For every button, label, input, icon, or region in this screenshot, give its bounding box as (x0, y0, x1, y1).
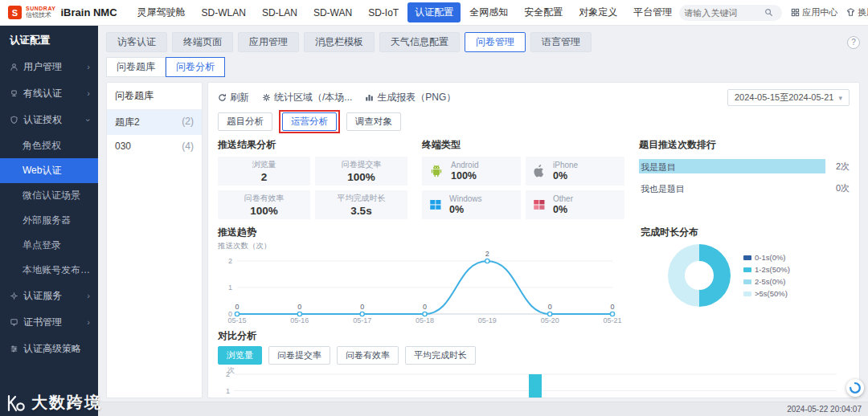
nav-item-security-config[interactable]: 安全配置 (517, 2, 570, 22)
sidebar-item-wechat-auth[interactable]: 微信认证场景 (0, 183, 98, 208)
sidebar-item-external-server[interactable]: 外部服务器 (0, 208, 98, 233)
sidebar-item-role-auth[interactable]: 角色授权 (0, 133, 98, 158)
terminal-label: Other (553, 194, 573, 204)
sidebar-item-advanced-policy[interactable]: 认证高级策略 (0, 336, 98, 362)
help-icon[interactable]: ? (847, 36, 860, 49)
sidebar-item-local-account-policy[interactable]: 本地账号发布策略 (0, 258, 98, 283)
stat-value: 2 (261, 171, 268, 183)
product-name: iBrain NMC (60, 6, 117, 18)
compare-button-avg-duration[interactable]: 平均完成时长 (405, 346, 476, 365)
legend-item[interactable]: 1-2s(50%) (743, 265, 790, 274)
section-title: 题目推送次数排行 (639, 138, 850, 152)
compare-button-submit-rate[interactable]: 问卷提交率 (268, 346, 330, 365)
subtab-question-bank[interactable]: 问卷题库 (106, 57, 166, 77)
stat-card-avg-duration: 平均完成时长 3.5s (315, 190, 407, 219)
assistant-swirl-icon (850, 382, 861, 394)
tab-operation-analysis[interactable]: 运营分析 (282, 112, 337, 131)
refresh-button[interactable]: 刷新 (218, 91, 249, 104)
nav-item-sd-lan[interactable]: SD-LAN (255, 4, 305, 22)
skin-link[interactable]: 换肤 (846, 6, 868, 18)
stat-value: 3.5s (350, 205, 371, 217)
stat-label: 问卷有效率 (244, 193, 285, 204)
push-trend-chart: 01205-1505-1605-1705-1805-1905-2005-2100… (218, 251, 624, 325)
legend-item[interactable]: 0-1s(0%) (743, 253, 790, 262)
legend-label: 0-1s(0%) (755, 253, 786, 262)
bank-item[interactable]: 题库2 (2) (107, 110, 202, 135)
tab-question-analysis[interactable]: 题目分析 (218, 112, 272, 131)
subtab-questionnaire-analysis[interactable]: 问卷分析 (166, 57, 225, 77)
sidebar-item-label: 有线认证 (23, 87, 62, 100)
tab-questionnaire-mgmt[interactable]: 问卷管理 (465, 32, 526, 52)
app-center-label: 应用中心 (802, 6, 837, 18)
tab-guest-auth[interactable]: 访客认证 (106, 32, 167, 52)
sidebar-item-sso[interactable]: 单点登录 (0, 233, 98, 258)
sidebar-item-user-mgmt[interactable]: 用户管理 › (0, 54, 98, 80)
nav-item-sd-iot[interactable]: SD-IoT (361, 4, 406, 22)
chevron-right-icon: › (87, 63, 90, 71)
date-range-value: 2024-05-15至2024-05-21 (735, 92, 834, 104)
app-center-link[interactable]: 应用中心 (791, 6, 837, 18)
chevron-down-icon: › (84, 119, 93, 122)
bank-item-name: 题库2 (115, 116, 140, 129)
floating-assistant-widget[interactable] (846, 379, 864, 397)
search-input[interactable] (684, 8, 764, 18)
stat-card-submit-rate: 问卷提交率 100% (315, 157, 407, 186)
brand-logo[interactable]: S SUNDRAY 信锐技术 (8, 6, 55, 19)
module-tabs: 访客认证 终端页面 应用管理 消息栏模板 天气信息配置 问卷管理 语言管理 ? (98, 26, 868, 52)
stat-area-button[interactable]: 统计区域（/本场... (262, 91, 352, 104)
sidebar-item-web-auth[interactable]: Web认证 (0, 158, 98, 183)
svg-text:05-21: 05-21 (603, 316, 621, 324)
bank-item-name: 030 (115, 141, 131, 152)
terminal-label: iPhone (553, 161, 578, 170)
sidebar-title: 认证配置 (0, 26, 98, 54)
tab-message-bar-template[interactable]: 消息栏模板 (304, 32, 375, 52)
wired-auth-icon (10, 89, 18, 98)
sidebar-item-auth-service[interactable]: 认证服务 › (0, 283, 98, 309)
compare-button-valid-rate[interactable]: 问卷有效率 (337, 346, 399, 365)
global-search[interactable] (679, 5, 782, 21)
svg-text:0: 0 (423, 303, 427, 311)
analysis-panel: 刷新 统计区域（/本场... 生成报表（PNG） 2024-05-15至2024… (207, 82, 860, 398)
generate-report-button[interactable]: 生成报表（PNG） (365, 91, 456, 104)
rank-value: 2次 (825, 161, 850, 173)
sidebar-item-wired-auth[interactable]: 有线认证 › (0, 80, 98, 107)
nav-item-sd-wlan[interactable]: SD-WLAN (194, 4, 253, 22)
apple-icon (532, 163, 547, 179)
nav-item-auth-config[interactable]: 认证配置 (407, 2, 461, 22)
terminal-card-windows: Windows0% (422, 190, 521, 219)
tab-language-mgmt[interactable]: 语言管理 (530, 32, 592, 52)
auth-shield-icon (10, 116, 18, 124)
terminal-value: 100% (451, 170, 478, 182)
sundray-logo-icon: S (8, 6, 22, 19)
legend-item[interactable]: 2-5s(0%) (743, 277, 790, 286)
generate-report-label: 生成报表（PNG） (377, 91, 456, 104)
legend-label: 2-5s(0%) (755, 277, 786, 286)
nav-item-platform-mgmt[interactable]: 平台管理 (626, 2, 679, 22)
compare-bar-chart: 次012默认组 (218, 366, 845, 398)
legend-swatch (743, 255, 751, 260)
sidebar: 认证配置 用户管理 › 有线认证 › 认证授权 › 角色授权 Web认证 微信认… (0, 26, 98, 416)
nav-item-object-define[interactable]: 对象定义 (571, 2, 624, 22)
tab-terminal-page[interactable]: 终端页面 (172, 32, 233, 52)
gear-icon (262, 93, 271, 102)
date-range-picker[interactable]: 2024-05-15至2024-05-21 ▾ (727, 89, 850, 106)
other-device-icon (532, 198, 547, 212)
tab-survey-target[interactable]: 调查对象 (346, 112, 401, 131)
rank-label: 我是题目 (641, 161, 676, 173)
sidebar-item-cert-mgmt[interactable]: 证书管理 › (0, 309, 98, 336)
tab-weather-config[interactable]: 天气信息配置 (379, 32, 460, 52)
compare-button-views[interactable]: 浏览量 (218, 346, 262, 365)
nav-item-sd-wan[interactable]: SD-WAN (306, 4, 359, 22)
nav-item-cockpit[interactable]: 灵犀驾驶舱 (130, 2, 193, 22)
svg-text:05-17: 05-17 (353, 316, 371, 324)
search-icon (764, 8, 773, 17)
bank-item[interactable]: 030 (4) (107, 135, 202, 157)
windows-icon (428, 198, 443, 212)
legend-item[interactable]: >5s(50%) (743, 289, 790, 298)
terminal-value: 0% (553, 170, 578, 182)
nav-item-network-insight[interactable]: 全网感知 (462, 2, 515, 22)
terminal-label: Windows (449, 194, 482, 204)
legend-label: 1-2s(50%) (755, 265, 790, 274)
tab-app-mgmt[interactable]: 应用管理 (238, 32, 299, 52)
sidebar-item-auth-grant[interactable]: 认证授权 › (0, 107, 98, 133)
